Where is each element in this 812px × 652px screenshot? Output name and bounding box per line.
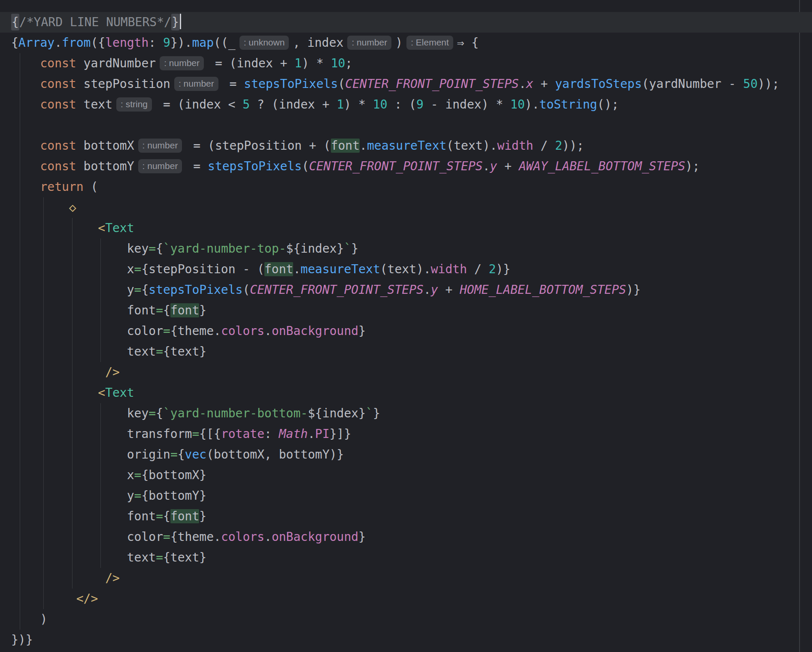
code-line[interactable]: x={stepPosition - (font.measureText(text… <box>0 259 812 280</box>
code-token: ); <box>685 159 700 173</box>
code-line[interactable]: /> <box>0 568 812 589</box>
constant-token: CENTER_FRONT_POINT_STEPS <box>309 159 483 173</box>
code-token: ; <box>345 56 352 70</box>
code-token: {theme. <box>170 324 221 338</box>
code-line[interactable]: text={text} <box>0 547 812 568</box>
constant-token: CENTER_FRONT_POINT_STEPS <box>345 77 519 91</box>
code-token: ((_ <box>214 36 236 50</box>
code-line[interactable]: key={`yard-number-bottom-${index}`} <box>0 403 812 424</box>
code-line[interactable]: const yardNumber: number = (index + 1) *… <box>0 53 812 74</box>
code-line[interactable]: })} <box>0 630 812 650</box>
code-line[interactable]: {Array.from({length: 9}).map((_: unknown… <box>0 33 812 53</box>
number-token: 5 <box>242 97 250 112</box>
jsx-equals-token: = <box>148 406 156 420</box>
code-token: ) * <box>302 56 330 70</box>
property-token: length <box>105 36 148 50</box>
code-token: + <box>533 77 555 91</box>
highlighted-usage-token: font <box>170 509 199 523</box>
number-token: 50 <box>743 77 758 91</box>
code-line[interactable]: origin={vec(bottomX, bottomY)} <box>0 444 812 465</box>
code-token: ) <box>40 612 47 626</box>
code-token: { <box>163 509 170 523</box>
code-token: } <box>351 241 358 256</box>
code-token: (text). <box>380 262 431 276</box>
function-token: vec <box>185 447 207 462</box>
code-line[interactable]: const text: string = (index < 5 ? (index… <box>0 94 812 115</box>
constant-token: x <box>526 77 533 91</box>
type-inlay-hint: : number <box>138 159 182 173</box>
code-token: { <box>156 241 163 256</box>
constant-token: Math <box>279 427 308 441</box>
jsx-equals-token: = <box>156 303 163 317</box>
code-line[interactable]: /> <box>0 362 812 383</box>
code-line[interactable]: const stepPosition: number = stepsToPixe… <box>0 74 812 94</box>
code-token: { <box>178 447 185 462</box>
code-token: { <box>11 36 18 50</box>
jsx-bracket-token: ◇ <box>69 200 76 214</box>
property-token: onBackground <box>272 324 358 338</box>
code-token: . <box>55 36 62 50</box>
code-line[interactable]: text={text} <box>0 341 812 362</box>
code-token: { <box>141 283 148 297</box>
keyword-token: const <box>40 56 83 70</box>
code-line[interactable]: ◇ <box>0 197 812 218</box>
code-token: text <box>127 344 156 359</box>
string-token: `yard-number-top- <box>163 241 286 256</box>
code-line[interactable]: font={font} <box>0 506 812 527</box>
code-line[interactable] <box>0 115 812 136</box>
code-token: font <box>127 509 156 523</box>
code-line[interactable]: </> <box>0 589 812 609</box>
code-token: text <box>84 97 112 112</box>
function-token: measureText <box>300 262 380 276</box>
code-token: ({ <box>91 36 105 50</box>
code-line-caret-row[interactable]: {/*YARD LINE NUMBERS*/} <box>0 12 812 33</box>
code-line[interactable]: <Text <box>0 383 812 403</box>
code-token: ). <box>525 97 539 112</box>
code-line[interactable]: color={theme.colors.onBackground} <box>0 527 812 547</box>
string-token: ` <box>366 406 373 420</box>
keyword-token: return <box>40 180 83 194</box>
code-line[interactable]: x={bottomX} <box>0 465 812 486</box>
code-token: (text). <box>446 139 497 153</box>
code-token: x <box>127 468 134 482</box>
code-token: } <box>358 324 366 338</box>
code-line[interactable]: const bottomY: number = stepsToPixels(CE… <box>0 156 812 177</box>
code-token: {theme. <box>170 530 221 544</box>
code-token: + <box>438 283 460 297</box>
code-line[interactable]: <Text <box>0 218 812 238</box>
keyword-token: const <box>40 139 83 153</box>
code-line[interactable]: transform={[{rotate: Math.PI}]} <box>0 424 812 444</box>
code-line[interactable]: const bottomX: number = (stepPosition + … <box>0 136 812 156</box>
code-token: - index) * <box>424 97 510 112</box>
code-token: / <box>533 139 555 153</box>
code-token: (); <box>597 97 619 112</box>
jsx-equals-token: = <box>156 344 163 359</box>
constant-token: CENTER_FRONT_POINT_STEPS <box>250 283 424 297</box>
code-line[interactable]: color={theme.colors.onBackground} <box>0 321 812 341</box>
code-token: )} <box>496 262 511 276</box>
code-line[interactable]: y={stepsToPixels(CENTER_FRONT_POINT_STEP… <box>0 280 812 300</box>
constant-token: HOME_LABEL_BOTTOM_STEPS <box>460 283 626 297</box>
code-token: color <box>127 324 163 338</box>
jsx-bracket-token: </> <box>76 592 98 606</box>
number-token: 10 <box>373 97 388 112</box>
code-line[interactable]: font={font} <box>0 300 812 321</box>
code-token: : <box>148 36 163 50</box>
code-line[interactable]: ) <box>0 609 812 630</box>
code-token: , index <box>293 36 343 50</box>
code-editor[interactable]: {/*YARD LINE NUMBERS*/}{Array.from({leng… <box>0 0 812 652</box>
code-token: . <box>360 139 367 153</box>
code-token: ( <box>338 77 345 91</box>
code-line[interactable]: key={`yard-number-top-${index}`} <box>0 238 812 259</box>
property-token: width <box>431 262 467 276</box>
code-token: : ( <box>388 97 416 112</box>
code-token: bottomY <box>84 159 134 173</box>
code-line[interactable]: return ( <box>0 177 812 197</box>
code-line[interactable]: y={bottomY} <box>0 486 812 506</box>
type-inlay-hint: : unknown <box>239 36 289 50</box>
code-token: key <box>127 241 149 256</box>
number-token: 9 <box>163 36 170 50</box>
jsx-equals-token: = <box>134 489 142 503</box>
component-token: Text <box>105 221 134 235</box>
constant-token: y <box>431 283 438 297</box>
